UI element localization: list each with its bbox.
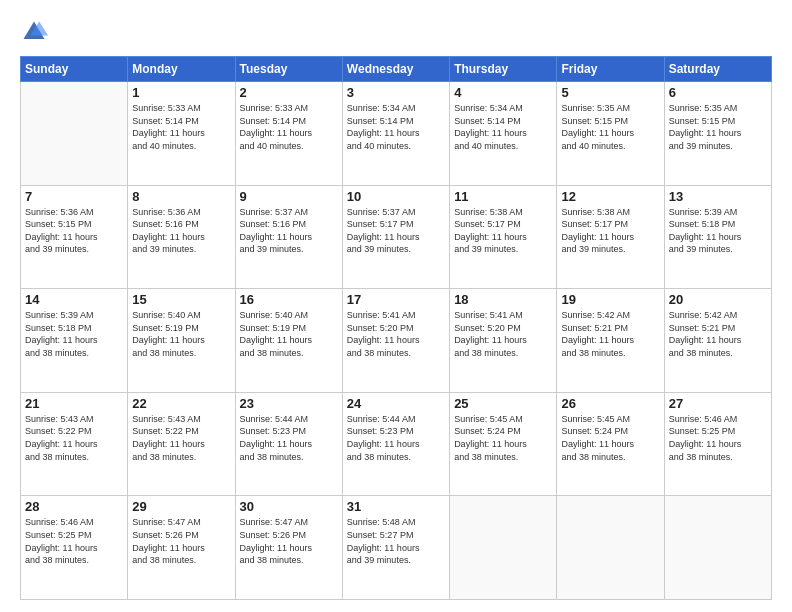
day-info: Sunrise: 5:44 AMSunset: 5:23 PMDaylight:… (240, 413, 338, 463)
calendar-cell: 25Sunrise: 5:45 AMSunset: 5:24 PMDayligh… (450, 392, 557, 496)
calendar-cell: 20Sunrise: 5:42 AMSunset: 5:21 PMDayligh… (664, 289, 771, 393)
day-number: 5 (561, 85, 659, 100)
page: SundayMondayTuesdayWednesdayThursdayFrid… (0, 0, 792, 612)
day-number: 7 (25, 189, 123, 204)
weekday-header: Tuesday (235, 57, 342, 82)
day-info: Sunrise: 5:45 AMSunset: 5:24 PMDaylight:… (561, 413, 659, 463)
calendar-cell: 1Sunrise: 5:33 AMSunset: 5:14 PMDaylight… (128, 82, 235, 186)
calendar-cell: 26Sunrise: 5:45 AMSunset: 5:24 PMDayligh… (557, 392, 664, 496)
day-info: Sunrise: 5:47 AMSunset: 5:26 PMDaylight:… (240, 516, 338, 566)
day-number: 15 (132, 292, 230, 307)
calendar-cell (557, 496, 664, 600)
day-number: 3 (347, 85, 445, 100)
logo-icon (20, 18, 48, 46)
day-number: 13 (669, 189, 767, 204)
weekday-header: Monday (128, 57, 235, 82)
day-info: Sunrise: 5:40 AMSunset: 5:19 PMDaylight:… (132, 309, 230, 359)
calendar-cell: 14Sunrise: 5:39 AMSunset: 5:18 PMDayligh… (21, 289, 128, 393)
day-number: 25 (454, 396, 552, 411)
day-info: Sunrise: 5:36 AMSunset: 5:15 PMDaylight:… (25, 206, 123, 256)
calendar-cell: 15Sunrise: 5:40 AMSunset: 5:19 PMDayligh… (128, 289, 235, 393)
logo (20, 18, 54, 46)
day-number: 8 (132, 189, 230, 204)
day-number: 22 (132, 396, 230, 411)
header (20, 18, 772, 46)
day-number: 11 (454, 189, 552, 204)
day-number: 24 (347, 396, 445, 411)
calendar-cell (664, 496, 771, 600)
day-number: 29 (132, 499, 230, 514)
calendar-cell: 17Sunrise: 5:41 AMSunset: 5:20 PMDayligh… (342, 289, 449, 393)
day-number: 6 (669, 85, 767, 100)
day-info: Sunrise: 5:40 AMSunset: 5:19 PMDaylight:… (240, 309, 338, 359)
day-number: 26 (561, 396, 659, 411)
calendar-cell: 22Sunrise: 5:43 AMSunset: 5:22 PMDayligh… (128, 392, 235, 496)
day-info: Sunrise: 5:41 AMSunset: 5:20 PMDaylight:… (454, 309, 552, 359)
day-number: 31 (347, 499, 445, 514)
day-info: Sunrise: 5:46 AMSunset: 5:25 PMDaylight:… (669, 413, 767, 463)
day-info: Sunrise: 5:35 AMSunset: 5:15 PMDaylight:… (561, 102, 659, 152)
day-number: 10 (347, 189, 445, 204)
day-number: 20 (669, 292, 767, 307)
day-info: Sunrise: 5:41 AMSunset: 5:20 PMDaylight:… (347, 309, 445, 359)
calendar-cell: 6Sunrise: 5:35 AMSunset: 5:15 PMDaylight… (664, 82, 771, 186)
calendar-cell: 5Sunrise: 5:35 AMSunset: 5:15 PMDaylight… (557, 82, 664, 186)
day-info: Sunrise: 5:43 AMSunset: 5:22 PMDaylight:… (132, 413, 230, 463)
calendar-cell: 27Sunrise: 5:46 AMSunset: 5:25 PMDayligh… (664, 392, 771, 496)
day-info: Sunrise: 5:39 AMSunset: 5:18 PMDaylight:… (25, 309, 123, 359)
calendar-cell: 16Sunrise: 5:40 AMSunset: 5:19 PMDayligh… (235, 289, 342, 393)
calendar-cell: 4Sunrise: 5:34 AMSunset: 5:14 PMDaylight… (450, 82, 557, 186)
calendar-week-row: 1Sunrise: 5:33 AMSunset: 5:14 PMDaylight… (21, 82, 772, 186)
weekday-header: Sunday (21, 57, 128, 82)
day-number: 1 (132, 85, 230, 100)
calendar-week-row: 28Sunrise: 5:46 AMSunset: 5:25 PMDayligh… (21, 496, 772, 600)
day-info: Sunrise: 5:42 AMSunset: 5:21 PMDaylight:… (561, 309, 659, 359)
calendar-week-row: 21Sunrise: 5:43 AMSunset: 5:22 PMDayligh… (21, 392, 772, 496)
day-number: 19 (561, 292, 659, 307)
calendar-cell (450, 496, 557, 600)
day-info: Sunrise: 5:38 AMSunset: 5:17 PMDaylight:… (561, 206, 659, 256)
calendar-cell: 19Sunrise: 5:42 AMSunset: 5:21 PMDayligh… (557, 289, 664, 393)
calendar-cell: 29Sunrise: 5:47 AMSunset: 5:26 PMDayligh… (128, 496, 235, 600)
day-number: 12 (561, 189, 659, 204)
calendar-cell: 28Sunrise: 5:46 AMSunset: 5:25 PMDayligh… (21, 496, 128, 600)
day-info: Sunrise: 5:36 AMSunset: 5:16 PMDaylight:… (132, 206, 230, 256)
day-info: Sunrise: 5:37 AMSunset: 5:17 PMDaylight:… (347, 206, 445, 256)
day-number: 17 (347, 292, 445, 307)
day-number: 16 (240, 292, 338, 307)
day-info: Sunrise: 5:44 AMSunset: 5:23 PMDaylight:… (347, 413, 445, 463)
day-info: Sunrise: 5:48 AMSunset: 5:27 PMDaylight:… (347, 516, 445, 566)
calendar-cell: 24Sunrise: 5:44 AMSunset: 5:23 PMDayligh… (342, 392, 449, 496)
day-info: Sunrise: 5:47 AMSunset: 5:26 PMDaylight:… (132, 516, 230, 566)
day-number: 27 (669, 396, 767, 411)
calendar-cell (21, 82, 128, 186)
calendar-cell: 3Sunrise: 5:34 AMSunset: 5:14 PMDaylight… (342, 82, 449, 186)
weekday-header: Wednesday (342, 57, 449, 82)
day-number: 18 (454, 292, 552, 307)
day-info: Sunrise: 5:46 AMSunset: 5:25 PMDaylight:… (25, 516, 123, 566)
calendar-cell: 31Sunrise: 5:48 AMSunset: 5:27 PMDayligh… (342, 496, 449, 600)
calendar-week-row: 14Sunrise: 5:39 AMSunset: 5:18 PMDayligh… (21, 289, 772, 393)
calendar-week-row: 7Sunrise: 5:36 AMSunset: 5:15 PMDaylight… (21, 185, 772, 289)
weekday-header: Friday (557, 57, 664, 82)
day-info: Sunrise: 5:33 AMSunset: 5:14 PMDaylight:… (132, 102, 230, 152)
day-info: Sunrise: 5:33 AMSunset: 5:14 PMDaylight:… (240, 102, 338, 152)
day-number: 9 (240, 189, 338, 204)
day-info: Sunrise: 5:39 AMSunset: 5:18 PMDaylight:… (669, 206, 767, 256)
calendar-cell: 9Sunrise: 5:37 AMSunset: 5:16 PMDaylight… (235, 185, 342, 289)
calendar-cell: 8Sunrise: 5:36 AMSunset: 5:16 PMDaylight… (128, 185, 235, 289)
calendar-cell: 30Sunrise: 5:47 AMSunset: 5:26 PMDayligh… (235, 496, 342, 600)
day-number: 2 (240, 85, 338, 100)
calendar-cell: 13Sunrise: 5:39 AMSunset: 5:18 PMDayligh… (664, 185, 771, 289)
day-info: Sunrise: 5:34 AMSunset: 5:14 PMDaylight:… (347, 102, 445, 152)
day-number: 30 (240, 499, 338, 514)
calendar-cell: 23Sunrise: 5:44 AMSunset: 5:23 PMDayligh… (235, 392, 342, 496)
day-number: 4 (454, 85, 552, 100)
calendar-cell: 2Sunrise: 5:33 AMSunset: 5:14 PMDaylight… (235, 82, 342, 186)
calendar-cell: 18Sunrise: 5:41 AMSunset: 5:20 PMDayligh… (450, 289, 557, 393)
day-info: Sunrise: 5:34 AMSunset: 5:14 PMDaylight:… (454, 102, 552, 152)
day-number: 23 (240, 396, 338, 411)
weekday-header-row: SundayMondayTuesdayWednesdayThursdayFrid… (21, 57, 772, 82)
day-info: Sunrise: 5:42 AMSunset: 5:21 PMDaylight:… (669, 309, 767, 359)
day-number: 21 (25, 396, 123, 411)
